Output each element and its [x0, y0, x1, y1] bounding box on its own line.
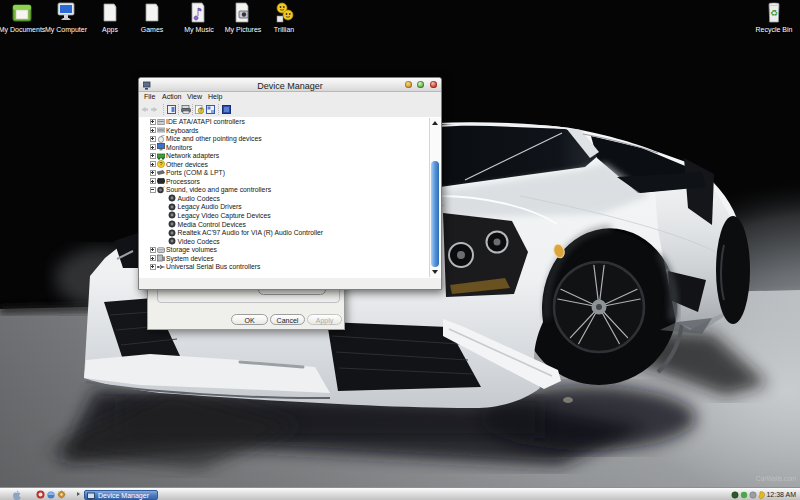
svg-text:♻: ♻	[770, 8, 778, 18]
svg-text:?: ?	[200, 107, 203, 113]
svg-text:CarWalls.com: CarWalls.com	[756, 475, 796, 482]
